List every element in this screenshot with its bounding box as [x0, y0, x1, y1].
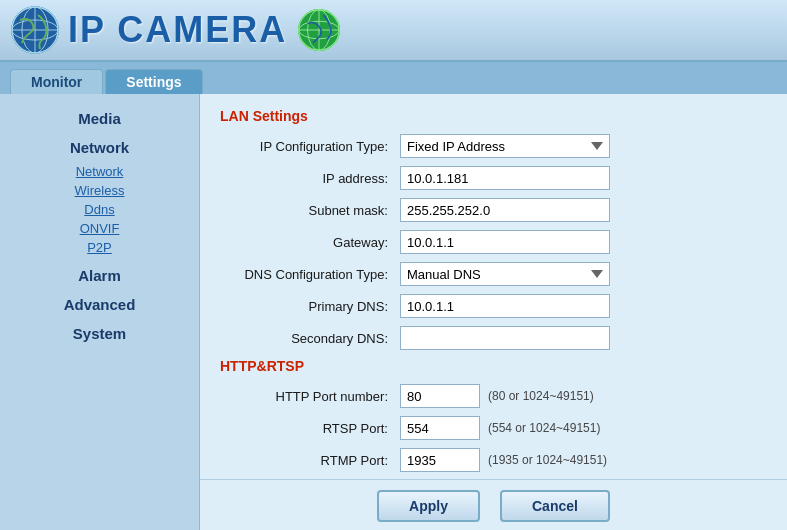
sidebar-sub-onvif[interactable]: ONVIF [0, 219, 199, 238]
http-port-input[interactable] [400, 384, 480, 408]
sidebar-item-alarm[interactable]: Alarm [0, 261, 199, 290]
rtmp-port-label: RTMP Port: [220, 453, 400, 468]
gateway-row: Gateway: [220, 230, 767, 254]
rtmp-port-row: RTMP Port: (1935 or 1024~49151) [220, 448, 767, 472]
tab-settings[interactable]: Settings [105, 69, 202, 94]
secondary-dns-input[interactable] [400, 326, 610, 350]
gateway-input[interactable] [400, 230, 610, 254]
sidebar-item-network[interactable]: Network [0, 133, 199, 162]
rtsp-port-label: RTSP Port: [220, 421, 400, 436]
rtsp-port-row: RTSP Port: (554 or 1024~49151) [220, 416, 767, 440]
http-port-row: HTTP Port number: (80 or 1024~49151) [220, 384, 767, 408]
nav-tabs: Monitor Settings [0, 62, 787, 94]
dns-config-type-label: DNS Configuration Type: [220, 267, 400, 282]
subnet-mask-label: Subnet mask: [220, 203, 400, 218]
ip-config-type-select[interactable]: Fixed IP Address DHCP [400, 134, 610, 158]
ip-address-row: IP address: [220, 166, 767, 190]
dns-config-type-row: DNS Configuration Type: Manual DNS Auto … [220, 262, 767, 286]
http-section-title: HTTP&RTSP [220, 358, 767, 374]
primary-dns-row: Primary DNS: [220, 294, 767, 318]
subnet-mask-row: Subnet mask: [220, 198, 767, 222]
rtsp-port-input[interactable] [400, 416, 480, 440]
globe-left-icon [10, 5, 60, 55]
app-title: IP CAMERA [68, 9, 287, 51]
ip-address-input[interactable] [400, 166, 610, 190]
subnet-mask-input[interactable] [400, 198, 610, 222]
rtmp-port-input[interactable] [400, 448, 480, 472]
main-layout: Media Network Network Wireless Ddns ONVI… [0, 94, 787, 530]
sidebar-item-media[interactable]: Media [0, 104, 199, 133]
ip-config-type-label: IP Configuration Type: [220, 139, 400, 154]
http-port-label: HTTP Port number: [220, 389, 400, 404]
rtmp-port-hint: (1935 or 1024~49151) [488, 453, 607, 467]
footer-bar: Apply Cancel [200, 479, 787, 530]
app-header: IP CAMERA [0, 0, 787, 62]
tab-monitor[interactable]: Monitor [10, 69, 103, 94]
globe-right-icon [297, 8, 341, 52]
sidebar-sub-network[interactable]: Network [0, 162, 199, 181]
gateway-label: Gateway: [220, 235, 400, 250]
sidebar-sub-wireless[interactable]: Wireless [0, 181, 199, 200]
lan-section-title: LAN Settings [220, 108, 767, 124]
secondary-dns-label: Secondary DNS: [220, 331, 400, 346]
cancel-button[interactable]: Cancel [500, 490, 610, 522]
sidebar: Media Network Network Wireless Ddns ONVI… [0, 94, 200, 530]
sidebar-sub-ddns[interactable]: Ddns [0, 200, 199, 219]
sidebar-sub-p2p[interactable]: P2P [0, 238, 199, 257]
sidebar-item-advanced[interactable]: Advanced [0, 290, 199, 319]
content-area: LAN Settings IP Configuration Type: Fixe… [200, 94, 787, 479]
sidebar-item-system[interactable]: System [0, 319, 199, 348]
dns-config-type-select[interactable]: Manual DNS Auto DNS [400, 262, 610, 286]
rtsp-port-hint: (554 or 1024~49151) [488, 421, 600, 435]
apply-button[interactable]: Apply [377, 490, 480, 522]
primary-dns-input[interactable] [400, 294, 610, 318]
ip-address-label: IP address: [220, 171, 400, 186]
secondary-dns-row: Secondary DNS: [220, 326, 767, 350]
primary-dns-label: Primary DNS: [220, 299, 400, 314]
ip-config-type-row: IP Configuration Type: Fixed IP Address … [220, 134, 767, 158]
http-port-hint: (80 or 1024~49151) [488, 389, 594, 403]
